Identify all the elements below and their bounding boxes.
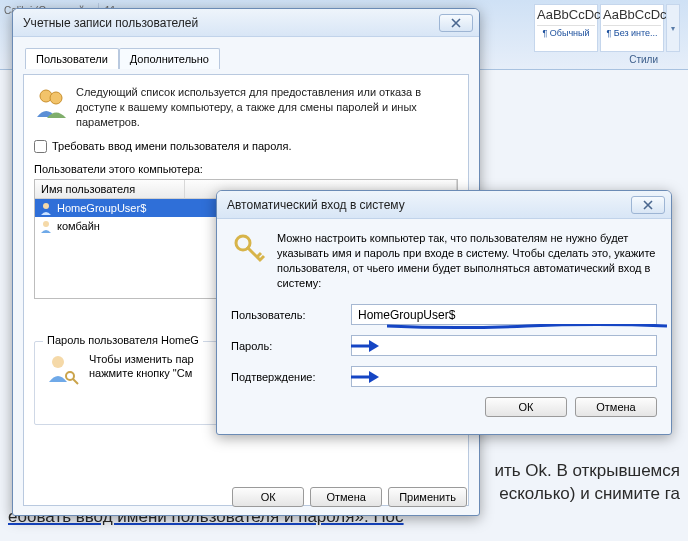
annotation-arrow-icon bbox=[349, 339, 383, 353]
user-label: Пользователь: bbox=[231, 309, 351, 321]
keys-icon bbox=[231, 231, 267, 267]
close-icon bbox=[643, 200, 653, 210]
window-title: Автоматический вход в систему bbox=[227, 198, 631, 212]
user-icon bbox=[39, 219, 53, 233]
user-input[interactable] bbox=[351, 304, 657, 325]
tabs: Пользователи Дополнительно bbox=[25, 47, 469, 68]
ok-button[interactable]: ОК bbox=[232, 487, 304, 507]
dialog-buttons: ОК Отмена bbox=[231, 397, 657, 417]
svg-point-1 bbox=[50, 92, 62, 104]
require-login-checkbox[interactable] bbox=[34, 140, 47, 153]
username-cell: комбайн bbox=[57, 220, 100, 232]
intro-text: Следующий список используется для предос… bbox=[76, 85, 458, 130]
tab-users[interactable]: Пользователи bbox=[25, 48, 119, 69]
annotation-arrow-icon bbox=[349, 370, 383, 384]
dialog-text: Можно настроить компьютер так, что польз… bbox=[277, 231, 657, 290]
require-login-label[interactable]: Требовать ввод имени пользователя и паро… bbox=[52, 140, 291, 152]
svg-point-4 bbox=[52, 356, 64, 368]
styles-more-icon[interactable]: ▾ bbox=[666, 4, 680, 52]
dialog-buttons: ОК Отмена Применить bbox=[232, 487, 467, 507]
svg-point-2 bbox=[43, 203, 49, 209]
cancel-button[interactable]: Отмена bbox=[575, 397, 657, 417]
user-list-label: Пользователи этого компьютера: bbox=[34, 163, 458, 175]
window-title: Учетные записи пользователей bbox=[23, 16, 439, 30]
password-label: Пароль: bbox=[231, 340, 351, 352]
apply-button[interactable]: Применить bbox=[388, 487, 467, 507]
tab-advanced[interactable]: Дополнительно bbox=[119, 48, 220, 69]
confirm-label: Подтверждение: bbox=[231, 371, 351, 383]
svg-point-3 bbox=[43, 221, 49, 227]
style-preview: AaBbCcDc bbox=[537, 7, 595, 22]
close-button[interactable] bbox=[439, 14, 473, 32]
user-key-icon bbox=[45, 352, 79, 386]
annotation-underline bbox=[387, 324, 667, 329]
confirm-input[interactable] bbox=[351, 366, 657, 387]
users-icon bbox=[34, 85, 68, 119]
style-normal[interactable]: AaBbCcDc ¶ Обычный bbox=[534, 4, 598, 52]
user-icon bbox=[39, 201, 53, 215]
style-no-spacing[interactable]: AaBbCcDc ¶ Без инте... bbox=[600, 4, 664, 52]
titlebar[interactable]: Учетные записи пользователей bbox=[13, 9, 479, 37]
style-label: ¶ Без инте... bbox=[603, 25, 661, 38]
group-title: Пароль пользователя HomeG bbox=[43, 334, 203, 346]
style-label: ¶ Обычный bbox=[537, 25, 595, 38]
col-username[interactable]: Имя пользователя bbox=[35, 180, 185, 198]
titlebar[interactable]: Автоматический вход в систему bbox=[217, 191, 671, 219]
svg-point-5 bbox=[66, 372, 74, 380]
ok-button[interactable]: ОК bbox=[485, 397, 567, 417]
password-input[interactable] bbox=[351, 335, 657, 356]
close-button[interactable] bbox=[631, 196, 665, 214]
auto-logon-dialog: Автоматический вход в систему Можно наст… bbox=[216, 190, 672, 435]
username-cell: HomeGroupUser$ bbox=[57, 202, 146, 214]
cancel-button[interactable]: Отмена bbox=[310, 487, 382, 507]
styles-gallery[interactable]: AaBbCcDc ¶ Обычный AaBbCcDc ¶ Без инте..… bbox=[534, 4, 680, 52]
close-icon bbox=[451, 18, 461, 28]
ribbon-group-label: Стили bbox=[629, 54, 658, 65]
style-preview: AaBbCcDc bbox=[603, 7, 661, 22]
group-text: Чтобы изменить пар нажмите кнопку "См bbox=[89, 352, 194, 382]
